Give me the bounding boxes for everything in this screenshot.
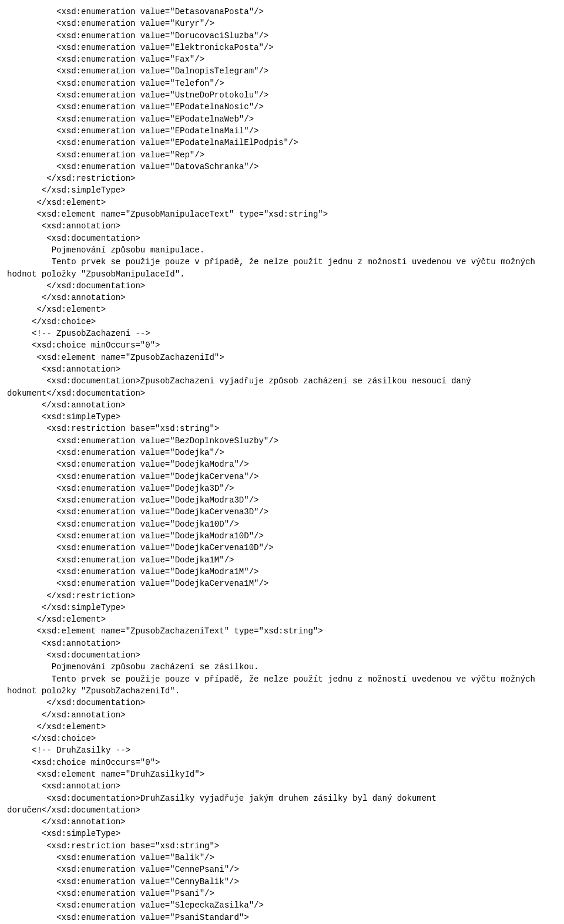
xsd-code-block: <xsd:enumeration value="DetasovanaPosta"… [0, 6, 564, 923]
